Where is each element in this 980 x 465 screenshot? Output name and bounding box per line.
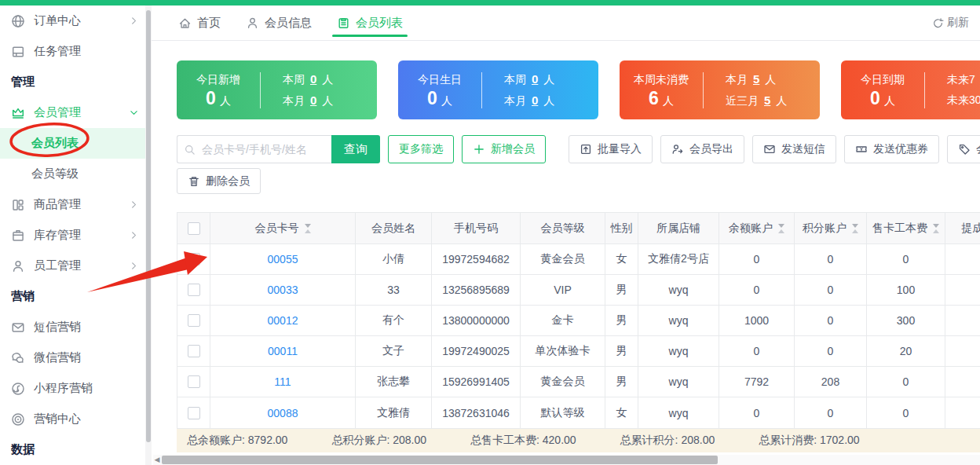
sidebar-item-小程序营销[interactable]: 小程序营销 [0,373,145,404]
会员标签-button[interactable]: 会员标签 [947,135,980,163]
table-cell: wyq [638,275,719,305]
stat-card-subrow[interactable]: 本周0人 [283,72,377,87]
stat-card-subrow[interactable]: 本月5人 [726,72,820,87]
sidebar-subitem-会员列表[interactable]: 会员列表 [0,128,145,159]
table-cell: 20 [867,336,945,366]
sidebar-item-微信营销[interactable]: 微信营销 [0,342,145,373]
table-cell: 文雅倩2号店 [638,244,719,274]
sidebar-item-库存管理[interactable]: 库存管理 [0,220,145,251]
horizontal-scrollbar[interactable]: ◀ [153,455,980,465]
select-all-checkbox[interactable] [188,222,200,235]
sidebar-item-短信营销[interactable]: 短信营销 [0,312,145,342]
table-cell: 33 [356,275,432,305]
stat-card-title: 今日生日 [418,73,462,87]
row-checkbox[interactable] [188,345,200,357]
sidebar-scrollbar[interactable] [145,5,152,465]
column-header-积分账户[interactable]: 积分账户 [795,213,867,243]
sidebar-item-营销中心[interactable]: 营销中心 [0,404,145,434]
column-header-label: 会员卡号 [255,222,299,236]
table-cell: 文子 [356,336,432,366]
stat-card-subrow[interactable]: 本月0人 [283,93,377,108]
tab-首页[interactable]: 首页 [166,5,233,40]
stat-card-今日生日: 今日生日 0人 本周0人本月0人 [398,60,598,119]
sidebar-item-会员管理[interactable]: 会员管理 [0,97,145,128]
更多筛选-button[interactable]: 更多筛选 [388,135,454,163]
search-box[interactable] [177,135,331,163]
发送优惠券-button[interactable]: 发送优惠券 [844,135,939,163]
stat-card-subrow[interactable]: 本周0人 [504,72,598,87]
sort-arrows-icon[interactable] [852,224,858,233]
sidebar-item-员工管理[interactable]: 员工管理 [0,251,145,281]
table-cell: 0 [867,244,945,274]
row-checkbox[interactable] [188,375,200,388]
row-checkbox[interactable] [188,314,200,327]
tab-会员列表[interactable]: 会员列表 [324,5,415,40]
table-cell: 13872631046 [432,397,521,428]
scroll-left-arrow[interactable]: ◀ [153,455,161,465]
member-card-link[interactable]: 00011 [268,345,298,357]
cell-value: 1000 [744,314,769,327]
chevron-right-icon [129,261,139,271]
summary-item: 总累计积分: 208.00 [620,434,715,448]
sidebar-item-label: 微信营销 [34,350,81,365]
table-cell: 0 [795,336,867,366]
cell-value: 13256895689 [442,284,510,296]
stat-card-subrow[interactable]: 本月0人 [504,93,598,108]
button-label: 更多筛选 [399,142,443,156]
cell-value: 0 [754,345,760,357]
column-header-会员卡号[interactable]: 会员卡号 [210,213,356,243]
search-button[interactable]: 查询 [331,135,380,163]
sidebar-item-label: 订单中心 [34,13,81,28]
row-checkbox[interactable] [188,253,200,265]
sidebar-subitem-会员等级[interactable]: 会员等级 [0,159,145,189]
sort-arrows-icon[interactable] [305,224,311,233]
发送短信-button[interactable]: 发送短信 [752,135,836,163]
tab-label: 首页 [197,16,221,31]
row-select-cell [177,336,210,366]
row-checkbox[interactable] [188,407,200,419]
row-checkbox[interactable] [188,284,200,296]
table-cell: 0 [795,306,867,335]
member-card-link[interactable]: 00033 [268,284,298,296]
sort-arrows-icon[interactable] [778,224,784,233]
member-card-link[interactable]: 111 [274,375,291,388]
button-label: 新增会员 [491,142,535,156]
sidebar-scrollbar-thumb[interactable] [146,10,151,442]
sidebar-section-label: 营销 [0,281,145,312]
sidebar-item-订单中心[interactable]: 订单中心 [0,5,145,36]
refresh-button[interactable]: 刷新 [932,16,969,30]
sidebar-section-label: 数据 [0,434,145,465]
tab-会员信息[interactable]: 会员信息 [233,5,324,40]
sidebar-item-任务管理[interactable]: 任务管理 [0,36,145,67]
table-header: 会员卡号会员姓名手机号码会员等级性别所属店铺余额账户积分账户售卡工本费提成 [177,213,980,244]
会员导出-button[interactable]: 会员导出 [660,135,744,163]
row-select-cell [177,367,210,397]
sort-arrows-icon[interactable] [933,224,939,233]
table-cell: 有个 [356,306,432,335]
member-card-link[interactable]: 00055 [268,253,298,265]
table-cell: 00011 [210,336,356,366]
table-cell: 女 [605,397,638,428]
table-cell: 男 [605,336,638,366]
table-cell [945,275,980,305]
table-cell: 00033 [210,275,356,305]
新增会员-button[interactable]: 新增会员 [462,135,546,163]
globe-icon [11,14,25,28]
cell-value: 13872631046 [442,407,510,419]
member-card-link[interactable]: 00012 [268,314,298,327]
column-header-余额账户[interactable]: 余额账户 [719,213,795,243]
search-input[interactable] [200,142,325,156]
批量导入-button[interactable]: 批量导入 [569,135,653,163]
table-cell: 19972490025 [432,336,521,366]
column-header-售卡工本费[interactable]: 售卡工本费 [867,213,945,243]
sidebar-item-商品管理[interactable]: 商品管理 [0,189,145,220]
table-cell: 208 [795,367,867,397]
chevron-down-icon [129,108,139,118]
horizontal-scrollbar-thumb[interactable] [162,456,718,464]
column-header-label: 提成 [962,222,980,236]
delete-member-button[interactable]: 删除会员 [177,168,261,194]
stat-card-subrow[interactable]: 近三月5人 [726,93,820,108]
cell-value: 0 [754,284,760,296]
member-card-link[interactable]: 00088 [268,407,298,419]
button-label: 发送优惠券 [873,142,928,156]
